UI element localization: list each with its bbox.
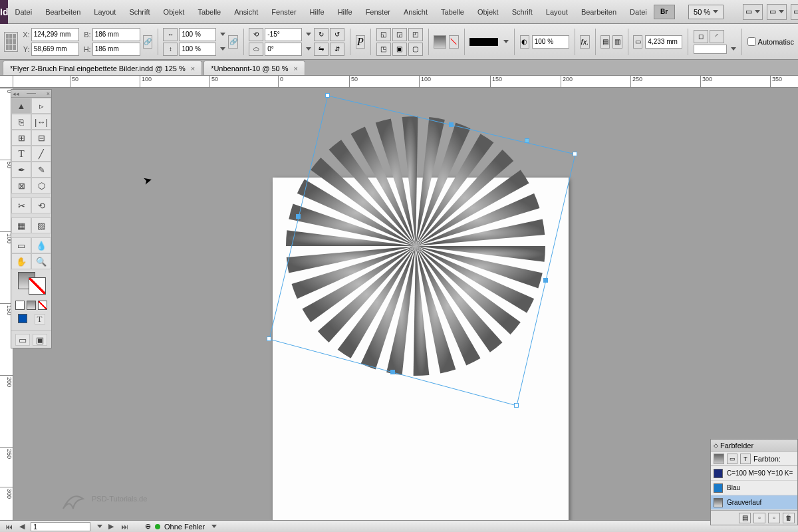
menu-fenster[interactable]: Fenster: [265, 0, 303, 24]
selection-handle[interactable]: [267, 336, 271, 341]
bridge-button[interactable]: Br: [654, 5, 675, 19]
menu-ansicht[interactable]: Ansicht: [227, 0, 265, 24]
select-prev-icon[interactable]: ◰: [408, 28, 423, 41]
select-container-icon[interactable]: ◱: [376, 28, 391, 41]
menu-tabelle[interactable]: Tabelle: [191, 0, 227, 24]
flip-v-icon[interactable]: ⇵: [330, 43, 344, 56]
stroke-color[interactable]: [29, 277, 46, 295]
select-content-icon[interactable]: ◲: [392, 28, 407, 41]
corner-round-icon[interactable]: ◜: [710, 30, 724, 43]
eyedropper-tool[interactable]: 💧: [31, 237, 51, 253]
pen-tool[interactable]: ✒: [11, 162, 31, 178]
h-input[interactable]: [92, 43, 140, 56]
new-swatch-icon[interactable]: ▫: [753, 513, 765, 523]
scale-y-input[interactable]: [179, 43, 216, 56]
menu-hilfe[interactable]: Hilfe: [303, 0, 331, 24]
new-swatch-2-icon[interactable]: ▫: [768, 513, 780, 523]
stroke-weight-bar[interactable]: [469, 38, 498, 46]
type-tool[interactable]: T: [11, 146, 31, 162]
constrain-scale-icon[interactable]: 🔗: [228, 35, 237, 49]
toolbox-header[interactable]: ◂◂×: [11, 90, 51, 98]
y-input[interactable]: [31, 43, 79, 56]
zoom-tool[interactable]: 🔍: [31, 253, 51, 269]
close-icon[interactable]: ×: [294, 65, 298, 72]
transform-tool[interactable]: ⟲: [31, 198, 51, 213]
text-format-icon[interactable]: T: [740, 454, 751, 464]
scissors-tool[interactable]: ✂: [11, 198, 31, 213]
rectangle-frame-tool[interactable]: ⊠: [11, 178, 31, 194]
direct-selection-tool[interactable]: ▹: [31, 98, 51, 114]
menu-objekt[interactable]: Objekt: [157, 0, 192, 24]
last-page-icon[interactable]: ⏭: [120, 522, 129, 531]
menu-datei[interactable]: Datei: [8, 0, 39, 24]
gap-tool[interactable]: |↔|: [31, 114, 51, 130]
wrap-bbox-icon[interactable]: ▥: [612, 35, 622, 49]
menu-objekt[interactable]: Objekt: [471, 0, 505, 24]
next-page-icon[interactable]: ▶: [106, 522, 116, 531]
tab-1[interactable]: *Flyer 2-Bruch Final eingebettete Bilder…: [3, 61, 202, 75]
content-placer-tool[interactable]: ⊟: [31, 130, 51, 146]
page-number-input[interactable]: [31, 522, 90, 531]
gradient-fill-icon[interactable]: [27, 301, 36, 310]
object-format-icon[interactable]: ▭: [727, 454, 737, 464]
corner-icon[interactable]: ◻: [694, 30, 708, 43]
none-fill-icon[interactable]: [38, 301, 47, 310]
scale-x-input[interactable]: [179, 28, 216, 41]
apply-color-icon[interactable]: [18, 314, 27, 323]
wrap-none-icon[interactable]: ▤: [600, 35, 610, 49]
arrange-button[interactable]: ▭: [767, 4, 787, 20]
rotate-input[interactable]: [265, 28, 302, 41]
swatch-row[interactable]: Grauverlauf: [711, 495, 797, 510]
menu-tabelle[interactable]: Tabelle: [434, 0, 471, 24]
open-icon[interactable]: ⊕: [145, 522, 151, 531]
swatch-row[interactable]: C=100 M=90 Y=10 K=: [711, 466, 797, 481]
swatches-title[interactable]: ◇Farbfelder: [711, 440, 797, 452]
default-fill-icon[interactable]: [15, 301, 25, 310]
ruler-origin[interactable]: [0, 76, 13, 88]
view-mode-preview[interactable]: ▣: [33, 334, 47, 346]
horizontal-ruler[interactable]: 5010050050100150200250300350: [13, 76, 798, 88]
char-panel-icon[interactable]: P: [356, 35, 365, 49]
fill-swatch[interactable]: [434, 35, 446, 49]
stroke-panel-icon[interactable]: ▭: [633, 35, 642, 49]
first-page-icon[interactable]: ⏮: [4, 522, 13, 531]
fill-stroke-toggle[interactable]: [714, 454, 724, 464]
delete-swatch-icon[interactable]: 🗑: [783, 513, 795, 523]
auto-fit-checkbox[interactable]: Automatisc: [747, 37, 794, 46]
effects-icon[interactable]: fx.: [580, 35, 589, 49]
swatch-options-icon[interactable]: ▤: [739, 513, 751, 523]
menu-datei[interactable]: Datei: [623, 0, 654, 24]
menu-ansicht[interactable]: Ansicht: [397, 0, 434, 24]
gradient-feather-tool[interactable]: ▨: [31, 217, 51, 233]
menu-layout[interactable]: Layout: [87, 0, 122, 24]
menu-schrift[interactable]: Schrift: [122, 0, 156, 24]
note-tool[interactable]: ▭: [11, 237, 31, 253]
menu-hilfe[interactable]: Hilfe: [331, 0, 359, 24]
menu-bearbeiten[interactable]: Bearbeiten: [39, 0, 87, 24]
zoom-level[interactable]: 50 %: [688, 5, 724, 19]
reference-point[interactable]: [4, 32, 18, 52]
selection-handle[interactable]: [325, 93, 330, 98]
content-collector-tool[interactable]: ⊞: [11, 130, 31, 146]
menu-schrift[interactable]: Schrift: [505, 0, 539, 24]
constrain-wh-icon[interactable]: 🔗: [143, 35, 152, 49]
stroke-weight-input[interactable]: [645, 35, 682, 49]
stroke-style[interactable]: [694, 45, 727, 54]
sunburst-artwork[interactable]: [276, 106, 555, 386]
tab-2[interactable]: *Unbenannt-10 @ 50 %×: [203, 61, 305, 75]
prev-page-icon[interactable]: ◀: [17, 522, 27, 531]
select-child-icon[interactable]: ▢: [408, 43, 423, 56]
select-next-icon[interactable]: ◳: [376, 43, 391, 56]
view-button[interactable]: ▭: [791, 4, 798, 20]
preflight-status[interactable]: Ohne Fehler: [164, 523, 205, 531]
line-tool[interactable]: ╱: [31, 146, 51, 162]
rectangle-tool[interactable]: ⬡: [31, 178, 51, 194]
opacity-input[interactable]: [532, 35, 569, 49]
menu-bearbeiten[interactable]: Bearbeiten: [575, 0, 623, 24]
view-mode-normal[interactable]: ▭: [15, 334, 30, 346]
hand-tool[interactable]: ✋: [11, 253, 31, 269]
rotate-ccw-icon[interactable]: ↺: [330, 28, 344, 41]
selection-handle[interactable]: [573, 152, 577, 156]
gradient-swatch-tool[interactable]: ▦: [11, 217, 31, 233]
pencil-tool[interactable]: ✎: [31, 162, 51, 178]
